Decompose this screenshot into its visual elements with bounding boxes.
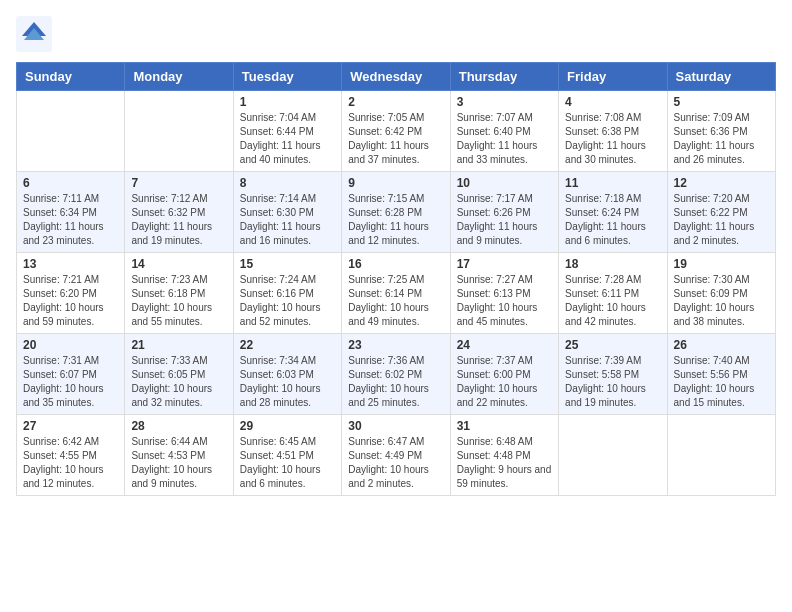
calendar-cell: 1Sunrise: 7:04 AM Sunset: 6:44 PM Daylig… [233, 91, 341, 172]
calendar-cell: 31Sunrise: 6:48 AM Sunset: 4:48 PM Dayli… [450, 415, 558, 496]
logo [16, 16, 56, 52]
day-number: 23 [348, 338, 443, 352]
calendar-cell: 22Sunrise: 7:34 AM Sunset: 6:03 PM Dayli… [233, 334, 341, 415]
day-number: 15 [240, 257, 335, 271]
day-info: Sunrise: 6:42 AM Sunset: 4:55 PM Dayligh… [23, 435, 118, 491]
calendar-cell [125, 91, 233, 172]
day-info: Sunrise: 7:39 AM Sunset: 5:58 PM Dayligh… [565, 354, 660, 410]
calendar-cell: 18Sunrise: 7:28 AM Sunset: 6:11 PM Dayli… [559, 253, 667, 334]
day-info: Sunrise: 6:44 AM Sunset: 4:53 PM Dayligh… [131, 435, 226, 491]
calendar-cell: 10Sunrise: 7:17 AM Sunset: 6:26 PM Dayli… [450, 172, 558, 253]
day-info: Sunrise: 6:47 AM Sunset: 4:49 PM Dayligh… [348, 435, 443, 491]
day-info: Sunrise: 7:17 AM Sunset: 6:26 PM Dayligh… [457, 192, 552, 248]
day-number: 3 [457, 95, 552, 109]
calendar-cell: 23Sunrise: 7:36 AM Sunset: 6:02 PM Dayli… [342, 334, 450, 415]
day-info: Sunrise: 7:11 AM Sunset: 6:34 PM Dayligh… [23, 192, 118, 248]
day-number: 17 [457, 257, 552, 271]
calendar-cell: 19Sunrise: 7:30 AM Sunset: 6:09 PM Dayli… [667, 253, 775, 334]
weekday-header: Thursday [450, 63, 558, 91]
day-number: 22 [240, 338, 335, 352]
day-info: Sunrise: 7:40 AM Sunset: 5:56 PM Dayligh… [674, 354, 769, 410]
calendar-cell: 2Sunrise: 7:05 AM Sunset: 6:42 PM Daylig… [342, 91, 450, 172]
calendar-cell: 28Sunrise: 6:44 AM Sunset: 4:53 PM Dayli… [125, 415, 233, 496]
calendar-cell: 27Sunrise: 6:42 AM Sunset: 4:55 PM Dayli… [17, 415, 125, 496]
day-info: Sunrise: 7:15 AM Sunset: 6:28 PM Dayligh… [348, 192, 443, 248]
calendar-cell: 5Sunrise: 7:09 AM Sunset: 6:36 PM Daylig… [667, 91, 775, 172]
calendar-cell: 24Sunrise: 7:37 AM Sunset: 6:00 PM Dayli… [450, 334, 558, 415]
day-info: Sunrise: 7:33 AM Sunset: 6:05 PM Dayligh… [131, 354, 226, 410]
weekday-header: Tuesday [233, 63, 341, 91]
day-number: 24 [457, 338, 552, 352]
calendar-cell [17, 91, 125, 172]
calendar-cell: 30Sunrise: 6:47 AM Sunset: 4:49 PM Dayli… [342, 415, 450, 496]
calendar-table: SundayMondayTuesdayWednesdayThursdayFrid… [16, 62, 776, 496]
day-info: Sunrise: 7:30 AM Sunset: 6:09 PM Dayligh… [674, 273, 769, 329]
day-number: 18 [565, 257, 660, 271]
day-number: 31 [457, 419, 552, 433]
calendar-cell: 6Sunrise: 7:11 AM Sunset: 6:34 PM Daylig… [17, 172, 125, 253]
day-info: Sunrise: 7:24 AM Sunset: 6:16 PM Dayligh… [240, 273, 335, 329]
day-number: 14 [131, 257, 226, 271]
calendar-cell: 13Sunrise: 7:21 AM Sunset: 6:20 PM Dayli… [17, 253, 125, 334]
day-info: Sunrise: 7:08 AM Sunset: 6:38 PM Dayligh… [565, 111, 660, 167]
calendar-cell: 8Sunrise: 7:14 AM Sunset: 6:30 PM Daylig… [233, 172, 341, 253]
day-info: Sunrise: 7:14 AM Sunset: 6:30 PM Dayligh… [240, 192, 335, 248]
day-number: 8 [240, 176, 335, 190]
day-info: Sunrise: 7:09 AM Sunset: 6:36 PM Dayligh… [674, 111, 769, 167]
day-info: Sunrise: 7:05 AM Sunset: 6:42 PM Dayligh… [348, 111, 443, 167]
day-number: 9 [348, 176, 443, 190]
day-number: 1 [240, 95, 335, 109]
calendar-cell: 20Sunrise: 7:31 AM Sunset: 6:07 PM Dayli… [17, 334, 125, 415]
day-number: 2 [348, 95, 443, 109]
weekday-header: Monday [125, 63, 233, 91]
day-number: 4 [565, 95, 660, 109]
page-header [16, 16, 776, 52]
day-number: 30 [348, 419, 443, 433]
day-number: 6 [23, 176, 118, 190]
day-number: 10 [457, 176, 552, 190]
day-number: 20 [23, 338, 118, 352]
day-info: Sunrise: 7:31 AM Sunset: 6:07 PM Dayligh… [23, 354, 118, 410]
day-info: Sunrise: 7:12 AM Sunset: 6:32 PM Dayligh… [131, 192, 226, 248]
calendar-cell [559, 415, 667, 496]
day-info: Sunrise: 7:28 AM Sunset: 6:11 PM Dayligh… [565, 273, 660, 329]
weekday-header: Wednesday [342, 63, 450, 91]
calendar-cell: 3Sunrise: 7:07 AM Sunset: 6:40 PM Daylig… [450, 91, 558, 172]
calendar-cell: 4Sunrise: 7:08 AM Sunset: 6:38 PM Daylig… [559, 91, 667, 172]
day-info: Sunrise: 7:20 AM Sunset: 6:22 PM Dayligh… [674, 192, 769, 248]
calendar-cell: 15Sunrise: 7:24 AM Sunset: 6:16 PM Dayli… [233, 253, 341, 334]
calendar-cell: 12Sunrise: 7:20 AM Sunset: 6:22 PM Dayli… [667, 172, 775, 253]
day-info: Sunrise: 7:27 AM Sunset: 6:13 PM Dayligh… [457, 273, 552, 329]
day-number: 21 [131, 338, 226, 352]
calendar-cell: 11Sunrise: 7:18 AM Sunset: 6:24 PM Dayli… [559, 172, 667, 253]
day-number: 11 [565, 176, 660, 190]
day-info: Sunrise: 7:36 AM Sunset: 6:02 PM Dayligh… [348, 354, 443, 410]
day-number: 7 [131, 176, 226, 190]
day-number: 5 [674, 95, 769, 109]
calendar-cell: 14Sunrise: 7:23 AM Sunset: 6:18 PM Dayli… [125, 253, 233, 334]
day-info: Sunrise: 7:37 AM Sunset: 6:00 PM Dayligh… [457, 354, 552, 410]
day-number: 25 [565, 338, 660, 352]
weekday-header: Sunday [17, 63, 125, 91]
day-number: 16 [348, 257, 443, 271]
day-info: Sunrise: 6:45 AM Sunset: 4:51 PM Dayligh… [240, 435, 335, 491]
day-number: 13 [23, 257, 118, 271]
calendar-cell: 29Sunrise: 6:45 AM Sunset: 4:51 PM Dayli… [233, 415, 341, 496]
day-number: 29 [240, 419, 335, 433]
calendar-cell: 25Sunrise: 7:39 AM Sunset: 5:58 PM Dayli… [559, 334, 667, 415]
day-info: Sunrise: 7:04 AM Sunset: 6:44 PM Dayligh… [240, 111, 335, 167]
day-number: 28 [131, 419, 226, 433]
day-info: Sunrise: 7:34 AM Sunset: 6:03 PM Dayligh… [240, 354, 335, 410]
day-info: Sunrise: 7:18 AM Sunset: 6:24 PM Dayligh… [565, 192, 660, 248]
day-info: Sunrise: 7:23 AM Sunset: 6:18 PM Dayligh… [131, 273, 226, 329]
day-info: Sunrise: 7:07 AM Sunset: 6:40 PM Dayligh… [457, 111, 552, 167]
calendar-cell: 9Sunrise: 7:15 AM Sunset: 6:28 PM Daylig… [342, 172, 450, 253]
calendar-cell: 17Sunrise: 7:27 AM Sunset: 6:13 PM Dayli… [450, 253, 558, 334]
calendar-cell: 16Sunrise: 7:25 AM Sunset: 6:14 PM Dayli… [342, 253, 450, 334]
day-number: 19 [674, 257, 769, 271]
calendar-cell: 7Sunrise: 7:12 AM Sunset: 6:32 PM Daylig… [125, 172, 233, 253]
day-number: 27 [23, 419, 118, 433]
calendar-cell [667, 415, 775, 496]
day-info: Sunrise: 7:21 AM Sunset: 6:20 PM Dayligh… [23, 273, 118, 329]
logo-icon [16, 16, 52, 52]
